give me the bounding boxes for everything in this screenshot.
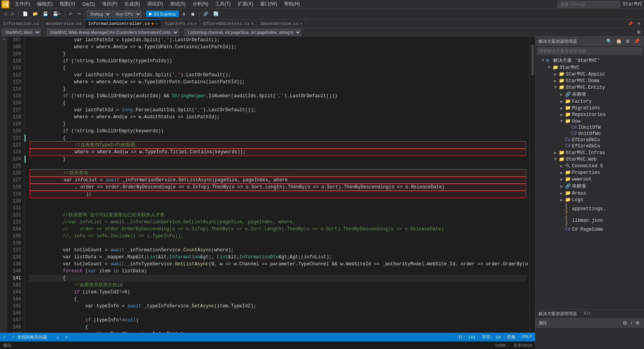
tab-solution-explorer[interactable]: 解决方案资源管理器 <box>535 310 581 318</box>
tree-web-deps[interactable]: ▶ 🔗 依赖项 <box>535 182 644 190</box>
tree-pagecomm[interactable]: ▶ C# C# PageComm <box>535 226 644 233</box>
tree-appsettings[interactable]: ▶ { } appsettings. <box>535 203 644 215</box>
class-path-select[interactable]: StarMVC.Web.Areas.ManageCms.Controllers.… <box>47 29 179 36</box>
tree-migrations[interactable]: ▶ 📁 Migrations <box>535 105 644 111</box>
code-line: var lastPathId = typeInfoIds.Split(',').… <box>29 72 526 79</box>
play-icon: ▶ <box>149 11 152 16</box>
code-editor[interactable]: 1071081091101111121131141151161171181191… <box>7 37 530 333</box>
tree-wwwroot[interactable]: ▶ 📁 wwwroot <box>535 176 644 182</box>
toolbar-attach-btn[interactable]: 🔗 <box>201 10 211 18</box>
menu-project[interactable]: 项目(P) <box>99 0 121 8</box>
toolbar-save-btn[interactable]: 💾 <box>41 10 50 18</box>
code-line: where = where.And(w => w.TypeIdPath.Cont… <box>29 44 526 51</box>
tree-iunitofw[interactable]: ▶ C# IUnitOfW <box>535 125 644 131</box>
code-line: var totleCount = await _informationServi… <box>29 247 526 254</box>
svg-marker-1 <box>6 2 8 7</box>
menu-build[interactable]: 生成(B) <box>121 0 143 8</box>
code-line: } <box>29 86 526 93</box>
tree-item-label: appsettings. <box>572 206 605 212</box>
menu-debug[interactable]: 调试(D) <box>144 0 166 8</box>
tree-factory[interactable]: ▶ 📁 Factory <box>535 98 644 105</box>
tree-uow[interactable]: ▼ 📁 Uow <box>535 118 644 125</box>
tab-pin-btn[interactable]: 📌 <box>626 20 635 27</box>
tree-item-label: Uow <box>572 119 581 124</box>
line-number: 124 <box>9 156 21 163</box>
code-content[interactable]: var lastPathId = typeIds.Split(',').Last… <box>26 37 530 333</box>
menu-window[interactable]: 窗口(W) <box>257 0 280 8</box>
tree-efcore1[interactable]: ▶ C# EfCoreDbCo <box>535 137 644 143</box>
tab-efcore-context[interactable]: EfCoreDbContext.cs ✕ <box>200 19 257 28</box>
toolbar-redo-btn[interactable]: ↪ <box>75 10 82 18</box>
tree-entity-deps[interactable]: ▶ 🔗 依赖项 <box>535 91 644 98</box>
tree-properties[interactable]: ▶ 📁 Properties <box>535 169 644 176</box>
tab-typeinfo-cs[interactable]: TypeInfo.cs ✕ <box>161 19 200 28</box>
menu-extensions[interactable]: 扩展(X) <box>235 0 256 8</box>
tree-entity[interactable]: ▼ 📁 StarMVC.Entity <box>535 84 644 91</box>
menu-git[interactable]: Git(G) <box>79 1 98 8</box>
scroll-area[interactable] <box>530 37 535 333</box>
run-iis-btn[interactable]: ▶ IIS Express <box>146 11 179 17</box>
toolbar-undo-btn[interactable]: ↩ <box>67 10 74 18</box>
menu-analyze[interactable]: 分析(N) <box>190 0 212 8</box>
debug-config-dropdown[interactable]: Debug <box>87 10 111 18</box>
method-path-select[interactable]: List(string channel, int pageSize, int p… <box>184 29 301 36</box>
status-check-icon: ✓ <box>3 335 6 340</box>
tab-close-btn[interactable]: ✕ <box>156 21 158 26</box>
properties-config-btn[interactable]: ⚙ <box>634 320 641 326</box>
tree-solution[interactable]: ▼ ⊟ 解决方案 'StarMVC' <box>535 57 644 64</box>
tab-close-all-btn[interactable]: ✕ <box>635 20 642 27</box>
toolbar-new-btn[interactable]: 📄 <box>21 10 30 18</box>
path-expand-btn[interactable]: ⊞ <box>635 28 642 36</box>
menu-edit[interactable]: 编辑(E) <box>34 0 56 8</box>
tab-close-btn[interactable]: ✕ <box>195 21 197 26</box>
tab-close-btn[interactable]: ✕ <box>300 21 302 26</box>
sidebar-config-btn[interactable]: ⚙ <box>625 38 631 44</box>
output-label[interactable]: 输出 <box>3 342 12 348</box>
tree-libman[interactable]: ▶ { } libman.json <box>535 215 644 226</box>
tree-unitofw[interactable]: ▶ C# UnitOfWo <box>535 131 644 137</box>
scrollbar-thumb[interactable] <box>532 44 534 75</box>
tree-efcore2[interactable]: ▶ C# EfCoreDbCo <box>535 143 644 149</box>
toolbar-forward-btn[interactable]: ▷ <box>9 10 16 18</box>
toolbar-refresh-btn[interactable]: 🔄 <box>211 10 221 18</box>
status-dropdown[interactable]: ▾ <box>65 335 68 340</box>
sidebar-home-btn[interactable]: 🏠 <box>615 38 623 44</box>
tree-applic[interactable]: ▶ 📁 StarMVC.Applic <box>535 71 644 77</box>
code-line: if (!string.IsNullOrEmpty(keywords)) <box>29 128 526 135</box>
tab-base-service-cs[interactable]: BaseService.cs <box>42 19 85 28</box>
editor-panel: ≡ 10710810911011111211311411511611711811… <box>0 37 535 349</box>
platform-dropdown[interactable]: Any CPU <box>112 10 142 18</box>
toolbar-back-btn[interactable]: ◁ <box>2 10 9 18</box>
properties-grid-btn[interactable]: ⊞ <box>622 320 628 326</box>
menu-view[interactable]: 视图(V) <box>56 0 78 8</box>
credit-label: CSDN · 古木2019 <box>495 342 532 348</box>
toolbar-open-btn[interactable]: 📂 <box>31 10 40 18</box>
tab-information-controller-cs[interactable]: InformationController.cs ● ✕ <box>85 19 161 28</box>
toolbar-save-all-btn[interactable]: 💾+ <box>51 10 63 18</box>
tree-starmvc[interactable]: ▼ 📁 StarMVC <box>535 64 644 71</box>
tree-connected[interactable]: ▶ 🔌 Connected S <box>535 163 644 169</box>
tab-ibase-service[interactable]: IBaseService.cs ✕ <box>257 19 306 28</box>
tab-information-cs[interactable]: Information.cs <box>0 19 42 28</box>
tree-repositories[interactable]: ▶ 📁 Repositories <box>535 111 644 118</box>
toolbar-stop-btn[interactable]: ⏹ <box>189 11 197 18</box>
properties-sort-btn[interactable]: ↕ <box>629 320 633 326</box>
sidebar-search-btn[interactable]: 🔍 <box>605 38 613 44</box>
toolbar-pause-btn[interactable]: ⏸ <box>180 11 188 18</box>
menu-tools[interactable]: 工具(T) <box>212 0 233 8</box>
tab-git[interactable]: Git <box>581 310 595 318</box>
menu-file[interactable]: 文件(F) <box>12 0 33 8</box>
tab-close-btn[interactable]: ✕ <box>251 21 253 26</box>
tree-doma[interactable]: ▶ 📁 StarMVC.Doma <box>535 77 644 84</box>
tree-areas[interactable]: ▶ 📁 Areas <box>535 190 644 196</box>
menu-test[interactable]: 测试(S) <box>167 0 189 8</box>
tree-web[interactable]: ▼ 📁 StarMVC.Web <box>535 156 644 163</box>
tree-infras[interactable]: ▶ 📁 StarMVC.Infras <box>535 149 644 156</box>
global-search-input[interactable] <box>558 1 620 8</box>
sidebar-pin-btn[interactable]: 📌 <box>633 38 641 44</box>
menu-help[interactable]: 帮助(H) <box>281 0 303 8</box>
gutter-icon-1[interactable]: ≡ <box>2 38 5 40</box>
tree-logs[interactable]: ▶ 📁 Logs <box>535 196 644 203</box>
sidebar-search-input[interactable] <box>537 47 642 54</box>
project-path-select[interactable]: StarMVC.Web <box>2 29 41 36</box>
